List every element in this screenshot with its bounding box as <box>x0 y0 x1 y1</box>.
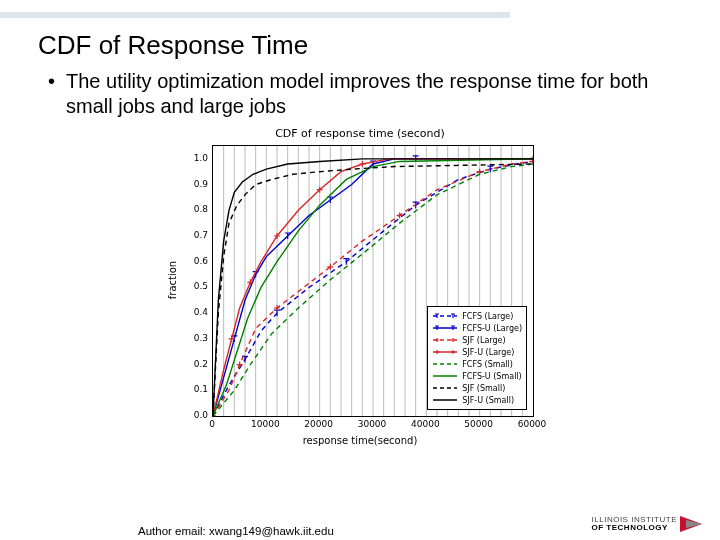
legend-label: SJF (Small) <box>462 384 505 393</box>
legend-row: SJF (Small) <box>432 382 522 394</box>
institution-logo: ILLINOIS INSTITUTE OF TECHNOLOGY <box>592 514 702 534</box>
y-tick-label: 0.2 <box>194 359 208 369</box>
y-tick-label: 0.9 <box>194 179 208 189</box>
legend-label: FCFS (Small) <box>462 360 513 369</box>
legend-row: FCFS-U (Small) <box>432 370 522 382</box>
y-axis-label: fraction <box>167 261 178 299</box>
bullet-dot: • <box>48 69 66 93</box>
y-tick-label: 0.4 <box>194 307 208 317</box>
accent-stripe <box>0 12 510 18</box>
y-tick-label: 0.3 <box>194 333 208 343</box>
plot-area: FCFS (Large)FCFS-U (Large)SJF (Large)SJF… <box>212 145 534 417</box>
logo-line2: OF TECHNOLOGY <box>592 524 677 532</box>
legend-label: SJF (Large) <box>462 336 505 345</box>
y-tick-label: 0.0 <box>194 410 208 420</box>
x-axis-label: response time(second) <box>303 435 418 446</box>
x-tick-label: 60000 <box>518 419 547 429</box>
logo-triangle-icon <box>680 514 702 534</box>
y-tick-label: 0.1 <box>194 384 208 394</box>
x-tick-label: 10000 <box>251 419 280 429</box>
legend-row: FCFS (Large) <box>432 310 522 322</box>
legend-row: SJF-U (Small) <box>432 394 522 406</box>
legend-label: FCFS (Large) <box>462 312 513 321</box>
legend-label: FCFS-U (Small) <box>462 372 521 381</box>
logo-text: ILLINOIS INSTITUTE OF TECHNOLOGY <box>592 516 677 532</box>
y-tick-label: 0.8 <box>194 204 208 214</box>
bullet-row: • The utility optimization model improve… <box>48 69 670 119</box>
y-tick-label: 1.0 <box>194 153 208 163</box>
legend-row: FCFS-U (Large) <box>432 322 522 334</box>
y-tick-label: 0.6 <box>194 256 208 266</box>
legend-row: SJF (Large) <box>432 334 522 346</box>
bullet-text: The utility optimization model improves … <box>66 69 670 119</box>
top-accent-bar <box>0 0 720 18</box>
y-tick-label: 0.7 <box>194 230 208 240</box>
chart-title: CDF of response time (second) <box>275 127 445 140</box>
x-tick-label: 50000 <box>464 419 493 429</box>
chart-figure: CDF of response time (second) response t… <box>160 125 560 451</box>
legend-label: SJF-U (Small) <box>462 396 514 405</box>
x-tick-label: 40000 <box>411 419 440 429</box>
x-tick-label: 0 <box>209 419 215 429</box>
legend-row: SJF-U (Large) <box>432 346 522 358</box>
y-tick-label: 0.5 <box>194 281 208 291</box>
legend-label: FCFS-U (Large) <box>462 324 522 333</box>
slide-title: CDF of Response Time <box>38 30 720 61</box>
legend: FCFS (Large)FCFS-U (Large)SJF (Large)SJF… <box>427 306 527 410</box>
x-tick-label: 30000 <box>358 419 387 429</box>
x-tick-label: 20000 <box>304 419 333 429</box>
legend-row: FCFS (Small) <box>432 358 522 370</box>
legend-label: SJF-U (Large) <box>462 348 514 357</box>
footer-author-email: Author email: xwang149@hawk.iit.edu <box>138 525 334 537</box>
